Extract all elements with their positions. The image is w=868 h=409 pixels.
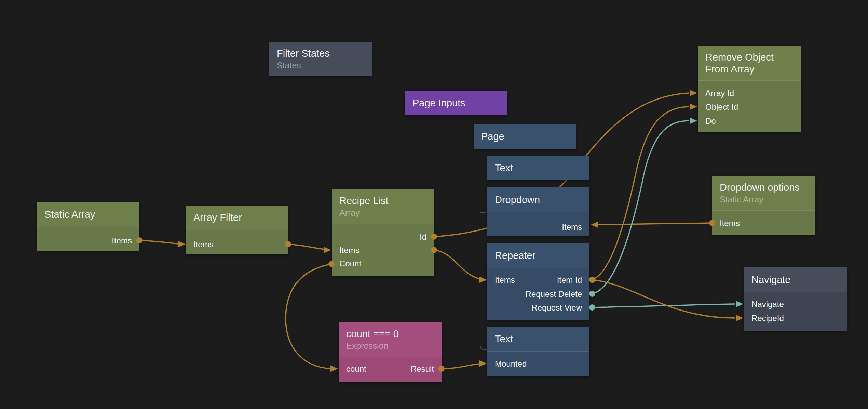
node-title: Page [481,131,568,143]
wire-dropdownoptions-items-to-dropdown-items[interactable] [598,223,712,225]
port-repeater-request-view[interactable]: Request View [531,303,582,313]
node-ports-recipe-list: IdItemsCount [332,224,434,276]
wire-source-dot-repeater-requestdelete-to-remove-do[interactable] [589,291,595,297]
wire-arrowhead-recipe-items-to-repeater-items[interactable] [479,277,487,283]
wire-static-items-to-filter-items[interactable] [139,240,179,244]
wire-arrowhead-static-items-to-filter-items[interactable] [178,241,186,248]
node-subtitle: Static Array [720,194,808,205]
node-title: Remove Object From Array [705,51,793,75]
node-page-inputs[interactable]: Page Inputs [405,91,507,115]
node-header-static-array[interactable]: Static Array [37,202,139,227]
port-array-filter-items[interactable]: Items [193,239,214,250]
node-title: Repeater [495,250,582,262]
node-header-recipe-list[interactable]: Recipe ListArray [332,189,434,224]
node-title: Page Inputs [412,97,500,109]
wire-source-dot-expression-result-to-text2-mounted[interactable] [438,366,445,372]
node-header-array-filter[interactable]: Array Filter [186,206,288,230]
node-header-page[interactable]: Page [474,124,576,149]
port-static-array-items[interactable]: Items [112,236,132,246]
node-header-text-2[interactable]: Text [487,327,589,351]
port-expression-result[interactable]: Result [411,364,434,374]
node-subtitle: Expression [346,341,434,351]
node-remove-object-from-array[interactable]: Remove Object From ArrayArray IdObject I… [698,46,801,132]
wire-repeater-requestdelete-to-remove-do[interactable] [592,121,689,294]
node-header-expression[interactable]: count === 0Expression [339,322,442,357]
node-page[interactable]: Page [474,124,576,149]
wire-arrowhead-recipe-id-to-remove-arrayid[interactable] [690,90,697,96]
wire-recipe-count-to-expression-count[interactable] [286,264,331,369]
node-expression[interactable]: count === 0ExpressioncountResult [339,322,442,382]
wire-source-dot-recipe-id-to-remove-arrayid[interactable] [431,234,437,240]
wire-arrowhead-dropdownoptions-items-to-dropdown-items[interactable] [591,222,598,228]
node-header-filter-states[interactable]: Filter StatesStates [269,42,372,76]
node-text-1[interactable]: Text [487,156,589,180]
wire-source-dot-recipe-items-to-repeater-items[interactable] [431,247,437,253]
node-text-2[interactable]: TextMounted [487,327,589,376]
wire-source-dot-filter-items-to-recipe-items[interactable] [285,241,291,247]
port-dropdown-options-items[interactable]: Items [720,218,740,228]
wire-arrowhead-repeater-requestview-to-navigate-navigate[interactable] [736,301,743,307]
node-recipe-list[interactable]: Recipe ListArrayIdItemsCount [332,189,434,276]
node-subtitle: States [277,60,364,71]
port-navigate-recipeid[interactable]: RecipeId [751,313,784,324]
wire-arrowhead-repeater-itemid-to-remove-objectid[interactable] [690,104,697,110]
node-navigate[interactable]: NavigateNavigateRecipeId [744,267,847,331]
node-title: Array Filter [193,212,281,224]
port-navigate-navigate[interactable]: Navigate [751,299,784,309]
port-repeater-items[interactable]: Items [495,275,515,285]
node-header-dropdown-options[interactable]: Dropdown optionsStatic Array [712,176,815,210]
node-ports-array-filter: Items [186,230,288,254]
port-repeater-request-delete[interactable]: Request Delete [526,289,582,299]
node-title: Recipe List [339,195,426,207]
wire-source-dot-repeater-itemid-to-navigate-recipeid[interactable] [589,277,595,283]
port-recipe-list-count[interactable]: Count [339,259,361,269]
wire-expression-result-to-text2-mounted[interactable] [442,364,479,369]
node-repeater[interactable]: RepeaterItemsItem IdRequest DeleteReques… [487,243,589,320]
node-graph-canvas[interactable]: Filter StatesStatesPage InputsPageTextDr… [0,0,868,409]
node-title: Navigate [751,274,839,286]
port-repeater-item-id[interactable]: Item Id [557,275,582,285]
node-header-dropdown[interactable]: Dropdown [487,187,589,212]
wire-filter-items-to-recipe-items[interactable] [288,244,324,249]
port-remove-object-from-array-object-id[interactable]: Object Id [705,102,738,112]
node-header-navigate[interactable]: Navigate [744,267,847,292]
node-dropdown-options[interactable]: Dropdown optionsStatic ArrayItems [712,176,815,235]
wire-repeater-itemid-to-navigate-recipeid[interactable] [592,280,735,318]
wire-arrowhead-repeater-itemid-to-navigate-recipeid[interactable] [736,315,743,321]
wire-arrowhead-recipe-count-to-expression-count[interactable] [330,366,338,372]
node-array-filter[interactable]: Array FilterItems [186,206,288,254]
node-header-remove-object-from-array[interactable]: Remove Object From Array [698,46,801,80]
node-header-repeater[interactable]: Repeater [487,243,589,268]
port-text-2-mounted[interactable]: Mounted [495,359,527,369]
wire-source-dot-dropdownoptions-items-to-dropdown-items[interactable] [709,220,715,226]
node-title: Filter States [277,48,364,60]
wire-arrowhead-repeater-requestdelete-to-remove-do[interactable] [690,118,697,124]
wire-source-dot-repeater-requestview-to-navigate-navigate[interactable] [589,304,595,311]
node-dropdown[interactable]: DropdownItems [487,187,589,236]
wire-source-dot-recipe-count-to-expression-count[interactable] [328,261,335,267]
port-dropdown-items[interactable]: Items [562,222,582,232]
port-expression-count[interactable]: count [346,364,366,374]
port-recipe-list-items[interactable]: Items [339,245,360,255]
node-header-page-inputs[interactable]: Page Inputs [405,91,507,115]
wire-arrowhead-expression-result-to-text2-mounted[interactable] [479,360,487,367]
hierarchy-trunk-line [480,149,488,350]
node-ports-static-array: Items [37,227,139,251]
port-recipe-list-id[interactable]: Id [420,232,426,242]
node-ports-navigate: NavigateRecipeId [744,292,847,331]
node-subtitle: Array [339,208,426,218]
node-title: Text [495,333,582,345]
port-remove-object-from-array-array-id[interactable]: Array Id [705,88,734,98]
wire-arrowhead-filter-items-to-recipe-items[interactable] [324,247,331,253]
node-header-text-1[interactable]: Text [487,156,589,180]
port-remove-object-from-array-do[interactable]: Do [705,116,716,126]
node-title: Dropdown [495,194,582,206]
node-title: Static Array [44,209,132,221]
wire-source-dot-static-items-to-filter-items[interactable] [136,237,143,243]
node-title: Text [495,162,582,174]
node-filter-states[interactable]: Filter StatesStates [269,42,372,76]
node-ports-expression: countResult [339,357,442,382]
node-static-array[interactable]: Static ArrayItems [37,202,139,251]
node-ports-text-2: Mounted [487,351,589,376]
wire-recipe-items-to-repeater-items[interactable] [434,250,479,279]
